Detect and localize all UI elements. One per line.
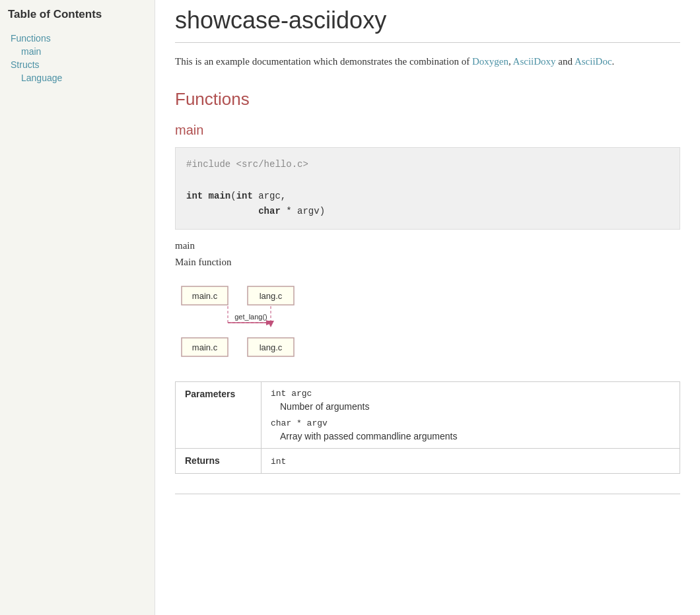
params-returns-table: Parameters int argc Number of arguments …	[175, 381, 680, 474]
svg-text:lang.c: lang.c	[260, 342, 283, 352]
intro-suffix: .	[612, 56, 615, 67]
param1-desc: Number of arguments	[280, 401, 670, 412]
svg-text:get_lang(): get_lang()	[234, 313, 267, 321]
param1-type: int argc	[271, 389, 670, 399]
functions-heading: Functions	[175, 89, 680, 113]
intro-prefix: This is an example documentation which d…	[175, 56, 472, 67]
parameters-value: int argc Number of arguments char * argv…	[262, 382, 680, 449]
asciidoxy-link[interactable]: AsciiDoxy	[513, 56, 556, 67]
svg-text:lang.c: lang.c	[260, 291, 283, 301]
code-args-1: (	[230, 191, 236, 201]
returns-label: Returns	[176, 449, 262, 474]
sidebar-item-language[interactable]: Language	[8, 71, 149, 84]
intro-paragraph: This is an example documentation which d…	[175, 53, 680, 69]
code-argc: argc,	[253, 191, 286, 201]
sidebar: Table of Contents Functions main Structs…	[0, 0, 155, 615]
sidebar-title: Table of Contents	[8, 8, 149, 24]
code-main-func: main	[209, 191, 231, 201]
include-line: #include <src/hello.c>	[186, 159, 308, 170]
section-divider	[175, 494, 680, 494]
call-diagram: main.c lang.c get_lang() main.c lang.c	[175, 280, 452, 366]
main-heading: main	[175, 123, 680, 138]
sidebar-item-functions[interactable]: Functions	[8, 32, 149, 45]
returns-val: int	[271, 457, 286, 467]
sidebar-item-structs[interactable]: Structs	[8, 58, 149, 71]
page-title: showcase-asciidoxy	[175, 7, 680, 43]
main-desc-text: Main function	[175, 257, 680, 268]
svg-text:main.c: main.c	[192, 291, 218, 301]
doxygen-link[interactable]: Doxygen	[472, 56, 508, 67]
code-int-keyword: int	[186, 191, 209, 201]
code-char-line: char * argv)	[186, 206, 325, 216]
param2-desc: Array with passed commandline arguments	[280, 431, 670, 441]
svg-text:main.c: main.c	[192, 342, 218, 352]
parameters-row: Parameters int argc Number of arguments …	[176, 382, 680, 449]
intro-mid: and	[558, 56, 575, 67]
returns-row: Returns int	[176, 449, 680, 474]
code-signature: int main(int argc, char * argv)	[186, 189, 669, 220]
asciidoc-link[interactable]: AsciiDoc	[575, 56, 612, 67]
main-label-text: main	[175, 240, 680, 251]
sidebar-item-main[interactable]: main	[8, 45, 149, 58]
diagram-area: main.c lang.c get_lang() main.c lang.c	[175, 280, 680, 366]
code-include: #include <src/hello.c>	[186, 157, 669, 173]
parameters-label: Parameters	[176, 382, 262, 449]
returns-value: int	[262, 449, 680, 474]
main-content: showcase-asciidoxy This is an example do…	[155, 0, 700, 615]
code-block: #include <src/hello.c> int main(int argc…	[175, 147, 680, 230]
code-int2: int	[236, 191, 253, 201]
param2-type: char * argv	[271, 418, 670, 428]
